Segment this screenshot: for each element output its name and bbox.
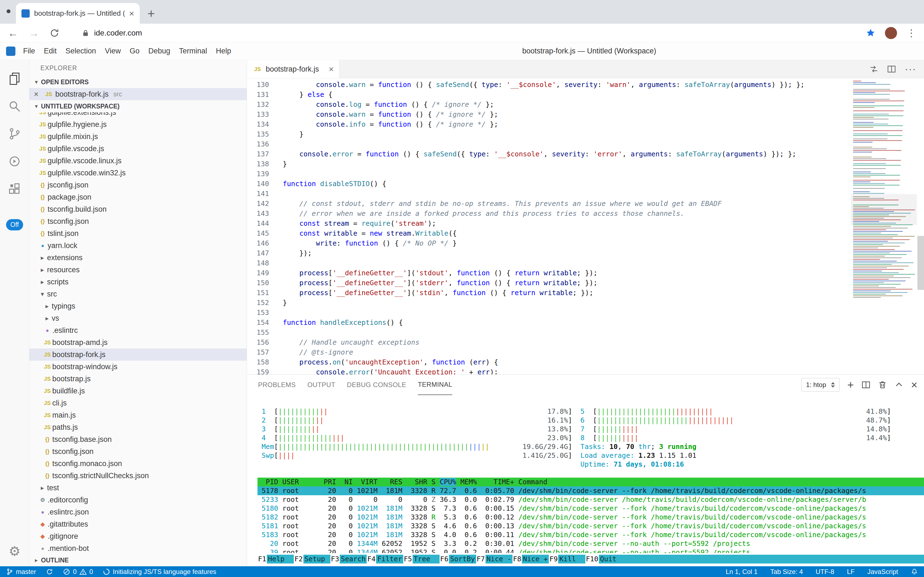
minimap[interactable] — [851, 79, 917, 374]
split-terminal-icon[interactable] — [861, 380, 870, 389]
menu-go[interactable]: Go — [125, 42, 144, 60]
sync-indicator[interactable] — [46, 568, 53, 575]
tree-item-tsconfig.build.json[interactable]: {}tsconfig.build.json — [29, 203, 247, 215]
menu-selection[interactable]: Selection — [61, 42, 100, 60]
source-control-icon[interactable] — [7, 127, 22, 141]
htop-key-f6[interactable]: F6 — [440, 555, 449, 564]
language-status[interactable]: Initializing JS/TS language features — [103, 568, 216, 575]
menu-help[interactable]: Help — [212, 42, 236, 60]
tree-item-tslint.json[interactable]: {}tslint.json — [29, 227, 247, 240]
htop-action-setup[interactable]: Setup — [304, 555, 330, 564]
htop-key-f9[interactable]: F9 — [549, 555, 558, 564]
collaboration-off-badge[interactable]: Off — [6, 219, 23, 230]
profile-avatar[interactable] — [885, 27, 897, 39]
htop-action-sortby[interactable]: SortBy — [449, 555, 476, 564]
problems-indicator[interactable]: 0 0 — [63, 568, 93, 575]
menu-terminal[interactable]: Terminal — [175, 42, 212, 60]
tree-item-paths.js[interactable]: JSpaths.js — [29, 421, 247, 433]
bookmark-star-icon[interactable] — [866, 28, 876, 38]
language-mode[interactable]: JavaScript — [867, 568, 898, 575]
menu-file[interactable]: File — [19, 42, 40, 60]
tree-item-gulpfile.mixin.js[interactable]: JSgulpfile.mixin.js — [29, 131, 247, 143]
tree-item-scripts[interactable]: ▸scripts — [29, 276, 247, 288]
htop-action-filter[interactable]: Filter — [376, 555, 403, 564]
open-editor-item[interactable]: × JS bootstrap-fork.js src — [29, 88, 247, 100]
tree-item-gulpfile.extensions.js[interactable]: JSgulpfile.extensions.js — [29, 112, 247, 118]
tree-item-main.js[interactable]: JSmain.js — [29, 409, 247, 421]
htop-key-f8[interactable]: F8 — [513, 555, 522, 564]
address-bar[interactable]: ide.coder.com — [82, 29, 855, 37]
htop-action-quit[interactable]: Quit — [599, 555, 626, 564]
window-control-dot[interactable] — [6, 10, 10, 13]
htop-key-f4[interactable]: F4 — [367, 555, 376, 564]
tree-item-.eslintrc[interactable]: ●.eslintrc — [29, 324, 247, 337]
tree-item-cli.js[interactable]: JScli.js — [29, 397, 247, 409]
kill-terminal-trash-icon[interactable] — [878, 380, 887, 389]
close-icon[interactable]: × — [34, 90, 42, 98]
cursor-position[interactable]: Ln 1, Col 1 — [726, 568, 758, 575]
refresh-icon[interactable] — [50, 28, 59, 38]
tree-item-yarn.lock[interactable]: ●yarn.lock — [29, 240, 247, 251]
tree-item-typings[interactable]: ▸typings — [29, 300, 247, 312]
tree-item-src[interactable]: ▾src — [29, 288, 247, 300]
tree-item-extensions[interactable]: ▸extensions — [29, 251, 247, 264]
tree-item-tsconfig.json[interactable]: {}tsconfig.json — [29, 215, 247, 227]
close-icon[interactable]: × — [329, 65, 334, 74]
browser-menu-icon[interactable]: ⋮ — [906, 27, 916, 39]
editor-tab-bootstrap-fork[interactable]: JS bootstrap-fork.js × — [247, 60, 339, 78]
forward-icon[interactable]: → — [29, 28, 39, 38]
terminal-select[interactable]: 1: htop — [801, 378, 840, 392]
open-editors-header[interactable]: ▾ OPEN EDITORS — [29, 76, 247, 88]
browser-tab[interactable]: bootstrap-fork.js — Untitled (W × — [16, 3, 140, 24]
tree-item-vs[interactable]: ▸vs — [29, 312, 247, 324]
htop-function-bar[interactable]: F1Help F2Setup F3SearchF4FilterF5Tree F6… — [247, 555, 924, 564]
htop-key-f10[interactable]: F10 — [585, 555, 599, 564]
new-terminal-icon[interactable]: + — [847, 379, 853, 390]
htop-key-f5[interactable]: F5 — [403, 555, 413, 564]
explorer-icon[interactable] — [7, 72, 22, 86]
tree-item-test[interactable]: ▸test — [29, 482, 247, 494]
tree-item-buildfile.js[interactable]: JSbuildfile.js — [29, 385, 247, 397]
encoding[interactable]: UTF-8 — [816, 568, 834, 575]
htop-key-f3[interactable]: F3 — [330, 555, 340, 564]
settings-gear-icon[interactable]: ⚙ — [8, 545, 20, 558]
tree-item-bootstrap-window.js[interactable]: JSbootstrap-window.js — [29, 361, 247, 373]
notifications-bell[interactable] — [911, 568, 918, 575]
tree-item-resources[interactable]: ▸resources — [29, 264, 247, 276]
tree-item-tsconfig.monaco.json[interactable]: {}tsconfig.monaco.json — [29, 458, 247, 470]
split-editor-icon[interactable] — [887, 65, 896, 74]
htop-action-search[interactable]: Search — [340, 555, 367, 564]
close-panel-icon[interactable]: × — [911, 379, 918, 390]
htop-action-nice--[interactable]: Nice - — [485, 555, 513, 564]
htop-action-kill[interactable]: Kill — [558, 555, 585, 564]
editor-scrollbar[interactable] — [918, 236, 924, 290]
search-icon[interactable] — [7, 99, 22, 113]
panel-tab-output[interactable]: OUTPUT — [307, 375, 335, 395]
branch-indicator[interactable]: master — [6, 568, 36, 575]
tree-item-gulpfile.vscode.win32.js[interactable]: JSgulpfile.vscode.win32.js — [29, 167, 247, 179]
maximize-panel-icon[interactable] — [895, 380, 903, 389]
extensions-icon[interactable] — [7, 182, 22, 196]
htop-key-f7[interactable]: F7 — [476, 555, 485, 564]
tree-item-tsconfig.strictNullChecks.json[interactable]: {}tsconfig.strictNullChecks.json — [29, 470, 247, 482]
tree-item-.editorconfig[interactable]: ⚙.editorconfig — [29, 494, 247, 506]
panel-tab-debug-console[interactable]: DEBUG CONSOLE — [347, 375, 406, 395]
htop-action-help[interactable]: Help — [267, 555, 294, 564]
tab-size[interactable]: Tab Size: 4 — [770, 568, 803, 575]
debug-icon[interactable] — [7, 154, 22, 168]
htop-key-f1[interactable]: F1 — [257, 555, 267, 564]
tree-item-jsconfig.json[interactable]: {}jsconfig.json — [29, 179, 247, 191]
eol[interactable]: LF — [847, 568, 855, 575]
tree-item-.gitattributes[interactable]: ◆.gitattributes — [29, 518, 247, 530]
new-tab-button[interactable]: + — [148, 7, 155, 20]
tree-item-gulpfile.hygiene.js[interactable]: JSgulpfile.hygiene.js — [29, 118, 247, 131]
tree-item-bootstrap.js[interactable]: JSbootstrap.js — [29, 373, 247, 385]
panel-tab-problems[interactable]: PROBLEMS — [258, 375, 296, 395]
outline-header[interactable]: ▸ OUTLINE — [29, 554, 247, 566]
open-changes-icon[interactable] — [869, 65, 878, 74]
tab-close-icon[interactable]: × — [129, 9, 134, 18]
htop-action-nice-+[interactable]: Nice + — [522, 555, 549, 564]
tree-item-.eslintrc.json[interactable]: ●.eslintrc.json — [29, 506, 247, 518]
tree-item-.gitignore[interactable]: ◆.gitignore — [29, 530, 247, 542]
workspace-header[interactable]: ▾ UNTITLED (WORKSPACE) — [29, 100, 247, 112]
